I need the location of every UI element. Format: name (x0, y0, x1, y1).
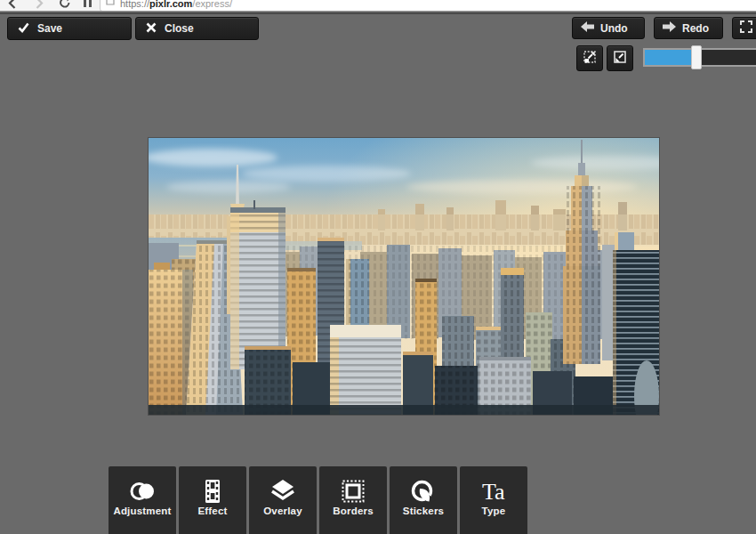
tool-effect-label: Effect (179, 506, 246, 516)
page-top-shadow (0, 12, 756, 14)
undo-arrow-icon (581, 21, 594, 35)
browser-forward-icon[interactable] (34, 0, 44, 12)
film-strip-icon (198, 476, 227, 506)
redo-button-label: Redo (682, 22, 709, 35)
tool-type-label: Type (460, 506, 527, 516)
url-domain: pixlr.com (149, 0, 192, 9)
undo-button[interactable]: Undo (572, 17, 645, 39)
tool-borders-button[interactable]: Borders (319, 466, 387, 534)
resize-larger-icon (583, 50, 597, 67)
resize-smaller-button[interactable] (607, 45, 633, 71)
tool-stickers-button[interactable]: Stickers (390, 466, 457, 534)
redo-arrow-icon (663, 21, 676, 35)
svg-text:Ta: Ta (482, 479, 505, 505)
canvas (149, 138, 659, 415)
browser-toolbar: https://pixlr.com/express/ (0, 0, 756, 12)
tool-borders-label: Borders (319, 506, 387, 516)
tool-overlay-label: Overlay (249, 506, 317, 516)
url-scheme: https:// (120, 0, 149, 9)
url-path: /express/ (192, 0, 232, 9)
zoom-slider[interactable] (643, 48, 756, 67)
url-text: https://pixlr.com/express/ (120, 0, 232, 9)
tool-stickers-label: Stickers (390, 506, 457, 516)
save-button[interactable]: Save (7, 17, 132, 40)
canvas-image (149, 138, 659, 415)
redo-button[interactable]: Redo (654, 17, 723, 39)
fullscreen-button[interactable]: Fullscreen (732, 17, 756, 39)
adjustment-circles-icon (128, 476, 157, 506)
type-ta-icon: Ta (479, 476, 509, 506)
close-button-label: Close (165, 22, 194, 35)
save-button-label: Save (37, 22, 62, 35)
close-button[interactable]: Close (135, 17, 259, 40)
tool-type-button[interactable]: Ta Type (460, 466, 527, 534)
address-bar[interactable]: https://pixlr.com/express/ (100, 0, 756, 12)
stamp-frame-icon (339, 476, 367, 506)
zoom-slider-handle[interactable] (691, 45, 702, 69)
sticker-peel-icon (409, 476, 438, 506)
layers-icon (269, 476, 297, 506)
fullscreen-expand-icon (740, 20, 752, 36)
resize-smaller-icon (613, 50, 627, 67)
zoom-slider-fill (645, 50, 696, 65)
tool-overlay-button[interactable]: Overlay (249, 466, 317, 534)
tool-adjustment-label: Adjustment (109, 506, 176, 516)
browser-back-icon[interactable] (7, 0, 18, 12)
resize-larger-button[interactable] (576, 45, 603, 71)
pause-icon[interactable] (84, 0, 92, 7)
tool-adjustment-button[interactable]: Adjustment (109, 466, 176, 534)
undo-button-label: Undo (600, 22, 628, 35)
x-icon (146, 22, 157, 36)
page-icon (106, 0, 115, 9)
browser-refresh-icon[interactable] (59, 0, 71, 12)
check-icon (18, 22, 29, 36)
tool-effect-button[interactable]: Effect (179, 466, 246, 534)
